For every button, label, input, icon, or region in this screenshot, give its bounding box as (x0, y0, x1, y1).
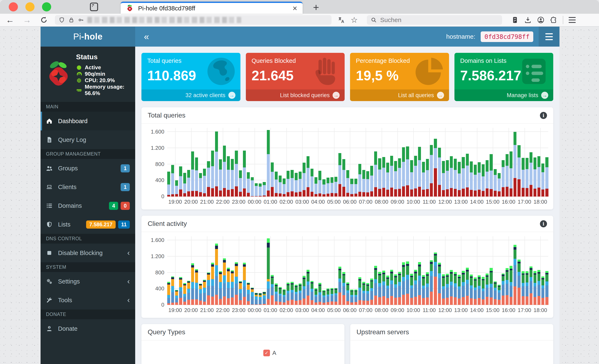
bars-area (167, 128, 548, 196)
fullscreen-window-button[interactable] (42, 2, 51, 11)
chart-bar (518, 260, 520, 305)
tab-close-icon[interactable]: × (293, 4, 297, 12)
x-tick-label: 03:00 (295, 307, 309, 313)
x-tick-label: 01:00 (264, 199, 277, 205)
count-badge: 1 (121, 183, 130, 191)
chart-bar (295, 173, 298, 196)
chart-bar (414, 270, 417, 305)
library-extension-icon[interactable] (511, 16, 519, 24)
y-tick-label: 0 (161, 302, 164, 308)
status-item-label: CPU: 20.9% (85, 77, 115, 84)
tab-bar: Pi-hole 0fd38cd798ff × + (0, 0, 599, 14)
chart-bar (215, 132, 218, 196)
chart-bar (346, 170, 349, 196)
translate-icon[interactable]: A (338, 16, 345, 24)
browser-tab[interactable]: Pi-hole 0fd38cd798ff × (121, 2, 303, 14)
plot-area: 19:0020:0021:0022:0023:0000:0001:0002:00… (167, 236, 548, 315)
tab-title: Pi-hole 0fd38cd798ff (138, 5, 290, 12)
chart-bar (295, 285, 298, 305)
card-footer-label: 32 active clients (185, 92, 225, 98)
chart-bar (195, 158, 198, 196)
chart-bar (450, 156, 453, 196)
chart-bar (510, 151, 512, 196)
legend-checkbox-icon[interactable]: ✓ (263, 350, 270, 356)
chart-bar (362, 170, 365, 196)
back-button[interactable]: ← (6, 16, 14, 24)
close-window-button[interactable] (9, 2, 18, 11)
sidebar-item-settings[interactable]: Settings‹ (41, 272, 135, 291)
sidebar-item-domains[interactable]: Domains40 (41, 196, 135, 215)
search-bar[interactable] (367, 15, 502, 25)
sidebar-collapse-icon[interactable]: « (144, 33, 149, 40)
reload-icon[interactable] (40, 16, 48, 24)
bookmark-star-icon[interactable]: ☆ (351, 16, 358, 24)
info-icon[interactable]: i (540, 220, 547, 227)
card-footer-link[interactable]: List all queries→ (350, 89, 449, 101)
chart-bar (478, 162, 481, 196)
card-footer-link[interactable]: 32 active clients→ (141, 89, 240, 101)
card-footer-link[interactable]: List blocked queries→ (246, 89, 345, 101)
chart-bar (303, 276, 306, 305)
chart-bar (342, 272, 345, 305)
app-menu-icon[interactable] (539, 27, 559, 47)
sidebar-item-donate[interactable]: $Donate (41, 319, 135, 338)
chart-bar (231, 270, 234, 305)
y-tick-label: 400 (155, 177, 164, 183)
pihole-logo[interactable]: Pi-hole (41, 27, 135, 47)
y-axis: 04008001.2001.600 (143, 236, 167, 305)
chart-bar (335, 177, 337, 196)
firefox-view-icon[interactable] (88, 1, 99, 12)
sidebar-item-groups[interactable]: Groups1 (41, 159, 135, 178)
chart-bar (518, 145, 520, 196)
search-input[interactable] (380, 16, 489, 24)
menu-icon[interactable] (569, 17, 576, 23)
chart-bar (529, 152, 532, 197)
sidebar-item-dashboard[interactable]: Dashboard (41, 112, 135, 130)
lock-icon[interactable] (68, 17, 74, 23)
sidebar-item-disable-blocking[interactable]: Disable Blocking‹ (41, 244, 135, 262)
minimize-window-button[interactable] (25, 2, 35, 11)
x-tick-label: 13:00 (454, 199, 468, 205)
sidebar-item-tools[interactable]: Tools‹ (41, 291, 135, 310)
extensions-icon[interactable] (550, 16, 557, 24)
shield-icon[interactable] (59, 17, 65, 23)
search-icon (371, 17, 377, 23)
chart-bar (458, 275, 461, 305)
url-bar[interactable] (55, 15, 332, 25)
chart-bar (502, 160, 505, 196)
arrow-circle-icon: → (541, 92, 548, 99)
chart-bar (366, 283, 369, 305)
sidebar-badges: 1 (121, 164, 130, 172)
x-tick-label: 05:00 (327, 307, 341, 313)
chart-bar (442, 161, 445, 196)
chart-bar (466, 268, 469, 305)
x-tick-label: 09:00 (391, 199, 404, 205)
chart-bar (486, 160, 489, 196)
y-tick-label: 0 (161, 193, 164, 200)
downloads-icon[interactable] (524, 16, 532, 24)
new-tab-button[interactable]: + (313, 1, 319, 13)
bars-area (167, 236, 548, 305)
chart-bar (207, 161, 210, 196)
sidebar-item-query-log[interactable]: Query Log (41, 130, 135, 149)
x-tick-label: 11:00 (423, 307, 436, 313)
chart-bar (259, 183, 262, 196)
arrow-circle-icon: → (437, 92, 444, 99)
forward-button[interactable]: → (23, 16, 31, 24)
chart-bar (482, 277, 484, 305)
sidebar-item-lists[interactable]: Lists7.586.21711 (41, 215, 135, 234)
chart-bar (366, 171, 369, 196)
x-tick-label: 04:00 (311, 307, 325, 313)
chart-bar (374, 151, 377, 196)
info-icon[interactable]: i (540, 112, 547, 119)
pihole-app: Pi-hole « hostname: 0fd38cd798ff (41, 27, 559, 364)
chart-bar (330, 177, 333, 196)
account-icon[interactable] (537, 16, 545, 24)
key-icon[interactable] (78, 17, 84, 23)
legend-item-A[interactable]: ✓ A (263, 350, 276, 356)
chart-bar (362, 282, 365, 305)
chart-bar (526, 158, 529, 196)
chart-bar (330, 288, 333, 305)
sidebar-item-clients[interactable]: Clients1 (41, 178, 135, 196)
card-footer-link[interactable]: Manage lists→ (454, 89, 554, 101)
